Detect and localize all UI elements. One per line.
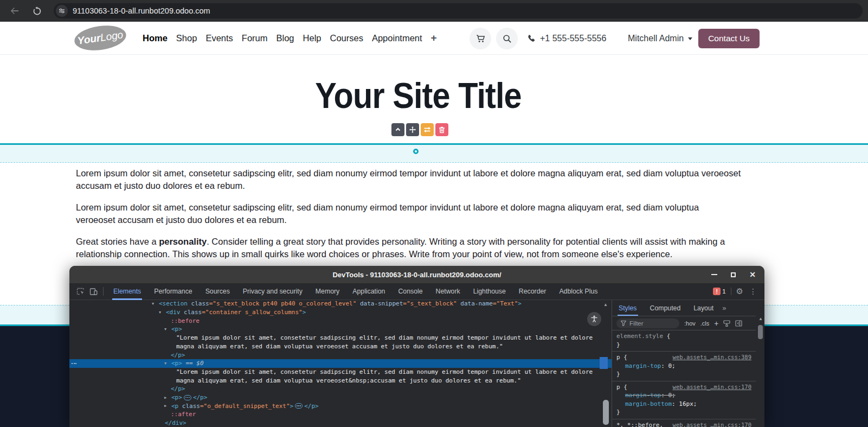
settings-gear-icon[interactable]: ⚙ [736, 286, 743, 296]
expand-arrow-open-icon[interactable]: ▼ [152, 302, 154, 306]
paragraph-3[interactable]: Great stories have a personality. Consid… [76, 235, 760, 261]
new-style-rule-icon[interactable]: + [714, 319, 718, 328]
toggle-cls[interactable]: .cls [700, 320, 710, 327]
tree-row[interactable]: ▼<div class="container s_allow_columns"> [69, 308, 612, 317]
tree-row-selected[interactable]: ▼<p> == $0 [69, 359, 612, 368]
nav-link-shop[interactable]: Shop [176, 33, 197, 43]
devtools-tab-performance[interactable]: Performance [147, 283, 198, 300]
scroll-up-icon[interactable]: ▲ [758, 316, 763, 321]
search-button[interactable] [496, 28, 518, 49]
tree-row[interactable]: </div> [69, 419, 612, 427]
expand-arrow-open-icon[interactable]: ▼ [164, 327, 166, 332]
main-nav: HomeShopEventsForumBlogHelpCoursesAppoin… [143, 22, 437, 54]
devtools-tab-memory[interactable]: Memory [309, 283, 346, 300]
site-settings-icon[interactable] [56, 5, 68, 17]
kebab-menu-icon[interactable]: ⋮ [749, 287, 757, 296]
maximize-button[interactable] [731, 272, 736, 277]
code-token: ::after [171, 411, 196, 418]
devtools-tab-recorder[interactable]: Recorder [512, 283, 553, 300]
url-bar[interactable]: 91103063-18-0-all.runbot209.odoo.com [54, 3, 863, 18]
devtools-tab-lighthouse[interactable]: Lighthouse [467, 283, 512, 300]
css-declaration[interactable]: margin-bottom: 16px; [616, 400, 751, 409]
code-token: ="s_text_block" [403, 300, 456, 307]
dropzone-top[interactable] [0, 143, 868, 163]
expand-inline-icon[interactable] [184, 395, 191, 400]
paragraph-1[interactable]: Lorem ipsum dolor sit amet, consetetur s… [76, 167, 760, 193]
tree-row[interactable]: </p> [69, 350, 612, 359]
reload-icon[interactable] [33, 7, 42, 16]
site-logo[interactable]: YourLogo [73, 23, 127, 54]
tree-row[interactable]: ▶<p></p> [69, 393, 612, 402]
expand-arrow-open-icon[interactable]: ▼ [159, 310, 161, 315]
styles-tab-layout[interactable]: Layout [687, 300, 720, 316]
nav-link-blog[interactable]: Blog [277, 33, 294, 43]
scrollbar-thumb[interactable] [603, 400, 609, 425]
styles-tab-computed[interactable]: Computed [644, 300, 687, 316]
back-icon[interactable] [10, 6, 20, 16]
tree-row[interactable]: ::before [69, 316, 612, 325]
nav-link-events[interactable]: Events [205, 33, 233, 43]
styles-scrollbar[interactable]: ▲ [756, 300, 764, 427]
devtools-tab-network[interactable]: Network [429, 283, 467, 300]
tree-row[interactable]: ::after [69, 410, 612, 419]
tree-row[interactable]: "Lorem ipsum dolor sit amet, consetetur … [69, 368, 612, 377]
devtools-tab-console[interactable]: Console [391, 283, 429, 300]
expand-inline-icon[interactable] [295, 403, 303, 409]
move-button[interactable] [406, 123, 419, 136]
scroll-up-icon[interactable]: ▲ [603, 302, 608, 307]
user-menu[interactable]: Mitchell Admin [628, 22, 692, 55]
row-menu-icon[interactable] [72, 359, 76, 368]
devtools-tab-elements[interactable]: Elements [107, 283, 147, 300]
minimize-button[interactable] [711, 274, 717, 275]
phone-link[interactable]: +1 555-555-5556 [527, 22, 606, 55]
css-declaration[interactable]: margin-top: 0; [616, 391, 751, 400]
expand-arrow-closed-icon[interactable]: ▶ [164, 396, 166, 400]
collapse-button[interactable] [391, 123, 404, 136]
toggle-hov[interactable]: :hov [684, 320, 696, 327]
tree-row[interactable]: magna aliquyam erat, sed diam voluptua v… [69, 376, 612, 385]
swap-button[interactable] [421, 123, 434, 136]
expand-arrow-open-icon[interactable]: ▼ [164, 361, 166, 366]
contact-us-button[interactable]: Contact Us [698, 29, 760, 48]
elements-scrollbar[interactable]: ▲ [600, 300, 612, 427]
expand-arrow-closed-icon[interactable]: ▶ [164, 404, 166, 408]
delete-button[interactable] [435, 123, 448, 136]
nav-link-appointment[interactable]: Appointment [372, 33, 422, 43]
stylesheet-link[interactable]: web.assets_…min.css:170 [673, 421, 751, 427]
sidebar-toggle-icon[interactable] [735, 320, 742, 327]
close-button[interactable]: ✕ [749, 271, 756, 278]
inspect-element-icon[interactable] [74, 285, 87, 298]
add-page-icon[interactable]: + [431, 32, 437, 44]
tree-row[interactable]: ▼<p> [69, 325, 612, 334]
devtools-tab-adblock-plus[interactable]: Adblock Plus [552, 283, 604, 300]
tree-row[interactable]: "Lorem ipsum dolor sit amet, consetetur … [69, 334, 612, 342]
devtools-main: ▼<section class="s_text_block pt40 pb40 … [69, 300, 764, 427]
filter-input[interactable]: Filter [616, 318, 679, 328]
tree-row[interactable]: ▼<section class="s_text_block pt40 pb40 … [69, 300, 612, 308]
tree-row[interactable]: </p> [69, 385, 612, 393]
devtools-tabs: ElementsPerformanceSourcesPrivacy and se… [107, 283, 605, 300]
tree-row[interactable]: magna aliquyam erat, sed diam voluptua v… [69, 342, 612, 351]
devtools-tab-sources[interactable]: Sources [199, 283, 236, 300]
scrollbar-thumb[interactable] [758, 325, 763, 339]
more-tabs-icon[interactable]: » [722, 304, 726, 312]
paragraph-2[interactable]: Lorem ipsum dolor sit amet, consetetur s… [76, 201, 760, 227]
nav-link-forum[interactable]: Forum [242, 33, 268, 43]
styles-tab-styles[interactable]: Styles [612, 300, 644, 316]
stylesheet-link[interactable]: web.assets_…min.css:389 [673, 353, 751, 362]
nav-link-courses[interactable]: Courses [330, 33, 363, 43]
stylesheet-link[interactable]: web.assets_…min.css:170 [673, 383, 751, 392]
rendering-icon[interactable] [723, 320, 730, 327]
devtools-tab-application[interactable]: Application [346, 283, 391, 300]
nav-link-home[interactable]: Home [143, 33, 168, 43]
css-declaration[interactable]: margin-top: 0; [616, 362, 751, 371]
error-badge-icon[interactable]: ! [713, 288, 721, 295]
devtools-tab-privacy-and-security[interactable]: Privacy and security [236, 283, 309, 300]
nav-link-help[interactable]: Help [303, 33, 322, 43]
dropzone-handle[interactable] [413, 149, 419, 154]
tree-row[interactable]: ▶<p class="o_default_snippet_text"></p> [69, 401, 612, 410]
cart-button[interactable] [470, 28, 491, 49]
accessibility-overlay-icon[interactable] [587, 312, 601, 326]
device-toolbar-icon[interactable] [87, 285, 100, 298]
devtools-titlebar[interactable]: DevTools - 91103063-18-0-all.runbot209.o… [69, 266, 764, 283]
